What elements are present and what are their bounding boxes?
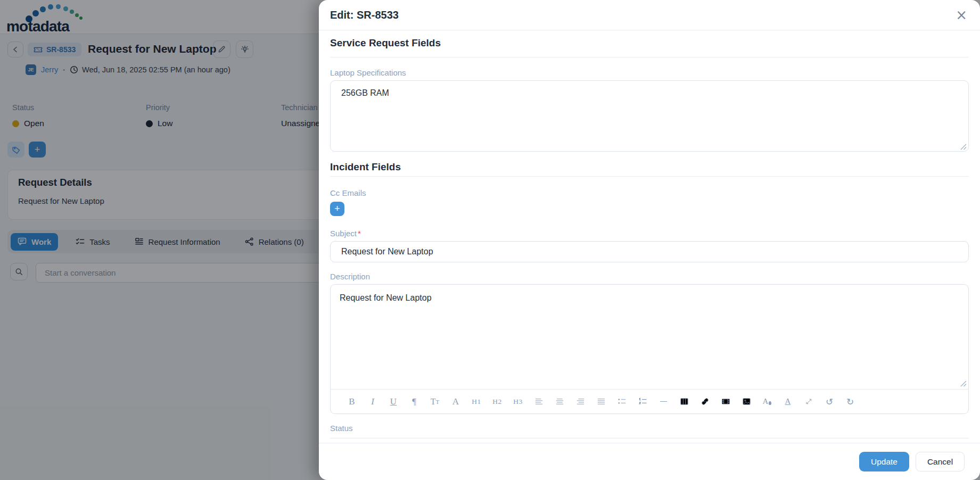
underline-icon[interactable]: U bbox=[388, 396, 399, 408]
bullet-list-icon[interactable] bbox=[616, 396, 627, 408]
close-icon[interactable]: × bbox=[956, 8, 967, 22]
font-icon[interactable]: A bbox=[450, 396, 461, 408]
drawer-title: Edit: SR-8533 bbox=[330, 9, 399, 21]
editor-toolbar: BIU¶TTAH1H2H3AA↺↻ bbox=[331, 389, 968, 413]
plus-icon: + bbox=[334, 203, 340, 214]
section-divider bbox=[330, 57, 969, 57]
align-left-icon[interactable] bbox=[533, 396, 544, 408]
align-justify-icon[interactable] bbox=[596, 396, 606, 408]
app-root: motadata SR-8533 Request for New Laptop bbox=[0, 0, 980, 480]
section-incident-fields: Incident Fields bbox=[330, 161, 969, 173]
resize-handle-icon[interactable] bbox=[960, 379, 967, 386]
undo-icon[interactable]: ↺ bbox=[824, 396, 835, 408]
subject-label: Subject* bbox=[330, 229, 969, 238]
edit-ticket-drawer: Edit: SR-8533 × Service Request Fields L… bbox=[319, 0, 980, 480]
align-right-icon[interactable] bbox=[575, 396, 586, 408]
laptop-specifications-label: Laptop Specifications bbox=[330, 68, 969, 77]
subject-label-text: Subject bbox=[330, 229, 357, 238]
drawer-body: Service Request Fields Laptop Specificat… bbox=[319, 30, 980, 443]
paragraph-icon[interactable]: ¶ bbox=[409, 396, 419, 408]
image-icon[interactable] bbox=[741, 396, 752, 408]
text-color-icon[interactable]: A bbox=[783, 396, 793, 408]
bold-icon[interactable]: B bbox=[347, 396, 357, 408]
drawer-footer: Update Cancel bbox=[319, 443, 980, 480]
h3-icon[interactable]: H3 bbox=[513, 396, 523, 408]
video-icon[interactable] bbox=[720, 396, 731, 408]
h2-icon[interactable]: H2 bbox=[492, 396, 503, 408]
subject-input[interactable] bbox=[330, 241, 969, 262]
italic-icon[interactable]: I bbox=[367, 396, 378, 408]
section-divider bbox=[330, 176, 969, 177]
description-label: Description bbox=[330, 272, 969, 281]
link-icon[interactable] bbox=[699, 396, 710, 408]
redo-icon[interactable]: ↻ bbox=[845, 396, 855, 408]
section-service-request-fields: Service Request Fields bbox=[330, 37, 969, 49]
expand-icon[interactable] bbox=[803, 396, 814, 408]
font-color-icon[interactable]: A bbox=[762, 396, 772, 408]
description-editor-content[interactable]: Request for New Laptop bbox=[331, 285, 968, 389]
table-icon[interactable] bbox=[679, 396, 689, 408]
h1-icon[interactable]: H1 bbox=[471, 396, 482, 408]
drawer-header: Edit: SR-8533 × bbox=[319, 0, 980, 30]
align-center-icon[interactable] bbox=[554, 396, 565, 408]
resize-handle-icon[interactable] bbox=[960, 143, 967, 150]
cc-emails-label: Cc Emails bbox=[330, 188, 969, 197]
status-select[interactable] bbox=[330, 438, 969, 438]
ordered-list-icon[interactable] bbox=[637, 396, 648, 408]
cancel-button[interactable]: Cancel bbox=[916, 452, 965, 471]
required-asterisk: * bbox=[358, 229, 361, 238]
description-richtext-editor: Request for New Laptop BIU¶TTAH1H2H3AA↺↻ bbox=[330, 284, 969, 414]
text-transform-icon[interactable]: TT bbox=[430, 396, 440, 408]
horizontal-rule-icon[interactable] bbox=[658, 396, 669, 408]
update-button[interactable]: Update bbox=[859, 452, 909, 471]
laptop-specifications-field-wrap: 256GB RAM bbox=[330, 80, 969, 152]
laptop-specifications-textarea[interactable]: 256GB RAM bbox=[331, 81, 968, 151]
status-label: Status bbox=[330, 424, 969, 433]
add-cc-email-button[interactable]: + bbox=[330, 202, 344, 216]
